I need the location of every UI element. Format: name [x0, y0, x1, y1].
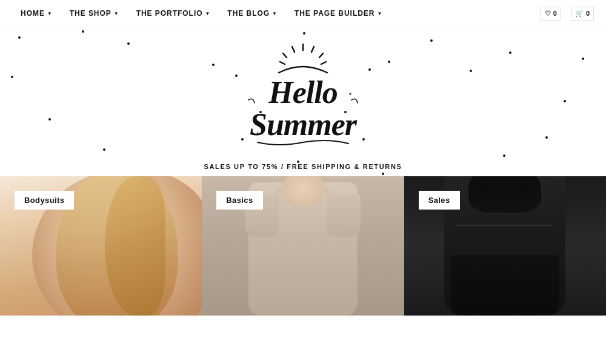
- confetti-dot: [127, 42, 130, 45]
- svg-line-4: [283, 53, 287, 58]
- cart-button[interactable]: 🛒 0: [571, 7, 594, 21]
- confetti-dot: [303, 32, 305, 35]
- confetti-dot: [382, 173, 384, 175]
- nav-builder-chevron: ▼: [377, 11, 382, 16]
- nav-home[interactable]: HOME ▼: [12, 0, 61, 27]
- confetti-dot: [82, 30, 84, 33]
- svg-text:Summer: Summer: [250, 107, 358, 142]
- heart-icon: ♡: [545, 10, 551, 18]
- nav-shop-label: THE SHOP: [70, 9, 112, 18]
- confetti-dot: [212, 64, 215, 66]
- svg-point-15: [362, 138, 365, 141]
- category-grid: Bodysuits Basics: [0, 176, 606, 316]
- main-nav: HOME ▼ THE SHOP ▼ THE PORTFOLIO ▼ THE BL…: [0, 0, 606, 27]
- confetti-dot: [564, 100, 566, 102]
- confetti-dot: [582, 58, 584, 60]
- cart-icon: 🛒: [575, 10, 584, 18]
- svg-line-6: [280, 62, 285, 64]
- confetti-dot: [503, 154, 505, 157]
- cart-count: 0: [586, 10, 590, 17]
- confetti-dot: [470, 70, 472, 72]
- confetti-dot: [545, 136, 548, 139]
- svg-point-10: [344, 111, 347, 113]
- nav-blog[interactable]: THE BLOG ▼: [219, 0, 286, 27]
- svg-line-5: [321, 62, 326, 64]
- confetti-dot: [18, 36, 21, 39]
- nav-portfolio[interactable]: THE PORTFOLIO ▼: [128, 0, 219, 27]
- confetti-dot: [388, 61, 390, 63]
- nav-the-shop[interactable]: THE SHOP ▼: [61, 0, 128, 27]
- nav-portfolio-label: THE PORTFOLIO: [136, 9, 203, 18]
- bodysuits-label: Bodysuits: [15, 191, 74, 210]
- svg-line-1: [311, 47, 314, 52]
- wishlist-count: 0: [553, 10, 557, 17]
- nav-left: HOME ▼ THE SHOP ▼ THE PORTFOLIO ▼ THE BL…: [12, 0, 391, 27]
- svg-point-9: [259, 111, 262, 113]
- svg-point-13: [368, 68, 371, 71]
- nav-blog-chevron: ▼: [272, 11, 278, 16]
- nav-builder-label: THE PAGE BUILDER: [295, 9, 375, 18]
- nav-portfolio-chevron: ▼: [205, 11, 210, 16]
- nav-page-builder[interactable]: THE PAGE BUILDER ▼: [286, 0, 391, 27]
- svg-point-14: [235, 74, 238, 77]
- svg-text:Hello: Hello: [268, 75, 337, 110]
- category-basics[interactable]: Basics: [202, 176, 404, 316]
- hero-tagline: SALES UP TO 75% / FREE SHIPPING & RETURN…: [204, 163, 402, 170]
- sales-label: Sales: [419, 191, 460, 210]
- confetti-dot: [103, 148, 105, 151]
- confetti-dot: [430, 39, 433, 42]
- nav-home-label: HOME: [21, 9, 45, 18]
- svg-line-3: [292, 47, 295, 52]
- wishlist-button[interactable]: ♡ 0: [541, 7, 561, 21]
- confetti-dot: [509, 51, 511, 54]
- confetti-dot: [11, 76, 13, 78]
- hello-summer-logo: Hello Summer: [224, 39, 382, 160]
- nav-home-chevron: ▼: [47, 11, 53, 16]
- category-bodysuits[interactable]: Bodysuits: [0, 176, 202, 316]
- nav-right: ♡ 0 🛒 0: [541, 7, 594, 21]
- basics-label: Basics: [216, 191, 262, 210]
- svg-point-12: [350, 93, 351, 95]
- category-sales[interactable]: Sales: [404, 176, 606, 316]
- svg-point-11: [257, 133, 259, 134]
- hero-section: Hello Summer SALES UP TO 75% / FREE SHIP…: [0, 27, 606, 176]
- nav-shop-chevron: ▼: [114, 11, 119, 16]
- svg-point-16: [241, 138, 244, 141]
- confetti-dot: [297, 160, 299, 163]
- nav-blog-label: THE BLOG: [227, 9, 270, 18]
- confetti-dot: [48, 118, 51, 121]
- svg-line-2: [319, 53, 323, 58]
